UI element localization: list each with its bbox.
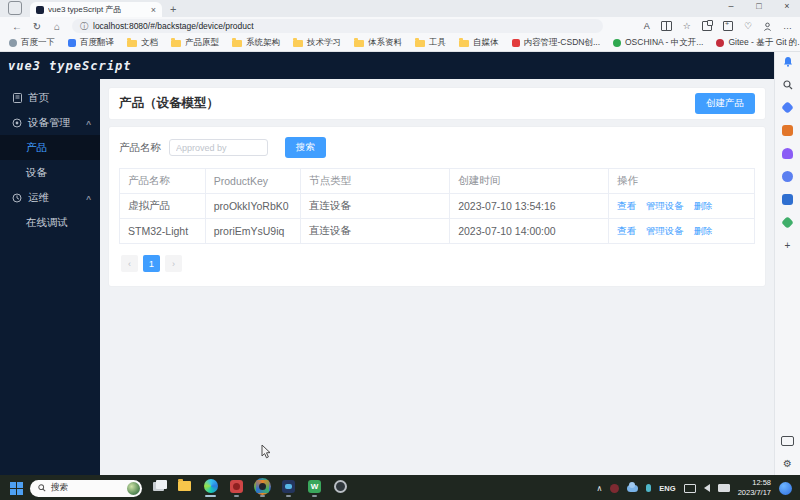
sidebar-item-product[interactable]: 产品 (0, 135, 100, 160)
taskbar-search[interactable]: 搜索 (30, 480, 142, 497)
taskbar-app-gray-icon[interactable] (331, 476, 350, 500)
sidebar-item-label: 设备 (26, 166, 47, 180)
delete-link[interactable]: 删除 (694, 200, 713, 211)
browser-essentials-icon[interactable]: ♡ (744, 21, 752, 31)
screen-share-icon[interactable] (781, 434, 794, 447)
toolbox-icon[interactable] (781, 124, 794, 137)
bell-icon[interactable] (781, 55, 794, 68)
profile-icon[interactable] (763, 22, 772, 31)
taskbar-app-ring-icon[interactable] (253, 476, 272, 500)
manage-devices-link[interactable]: 管理设备 (646, 200, 684, 211)
page-number-button[interactable]: 1 (143, 255, 160, 272)
start-button-icon[interactable] (10, 482, 23, 495)
view-link[interactable]: 查看 (617, 200, 636, 211)
sidebar-item-ops[interactable]: 运维 ∧ (0, 185, 100, 210)
url-text: localhost:8080/#/backstage/device/produc… (93, 21, 254, 31)
bookmark-baidu-translate[interactable]: 百度翻译 (68, 37, 114, 49)
search-icon[interactable] (781, 78, 794, 91)
folder-icon (415, 40, 425, 47)
sidebar-item-device-mgmt[interactable]: 设备管理 ∧ (0, 110, 100, 135)
sidebar-item-home[interactable]: 首页 (0, 85, 100, 110)
taskbar-app-red-icon[interactable] (227, 476, 246, 500)
taskbar-app-blue-icon[interactable] (279, 476, 298, 500)
prev-page-button[interactable]: ‹ (121, 255, 138, 272)
csdn-icon (512, 39, 520, 47)
cell-created-at: 2023-07-10 14:00:00 (450, 219, 609, 244)
microphone-icon[interactable] (646, 484, 651, 492)
site-info-icon[interactable]: ⓘ (80, 21, 88, 32)
browser-menu-icon[interactable]: … (783, 21, 792, 31)
back-icon[interactable]: ← (8, 21, 26, 32)
browser-tab[interactable]: vue3 typeScript 产品 × (30, 2, 162, 17)
sidebar-item-online-debug[interactable]: 在线调试 (0, 210, 100, 235)
manage-devices-link[interactable]: 管理设备 (646, 225, 684, 236)
new-tab-button[interactable]: + (170, 3, 176, 15)
bookmark-folder-prototype[interactable]: 产品原型 (171, 37, 219, 49)
col-header-created: 创建时间 (450, 169, 609, 194)
view-link[interactable]: 查看 (617, 225, 636, 236)
display-icon[interactable] (684, 484, 696, 493)
bookmark-baidu[interactable]: 百度一下 (9, 37, 55, 49)
bird-icon[interactable] (781, 216, 794, 229)
bookmark-folder-materials[interactable]: 体系资料 (354, 37, 402, 49)
sidebar-item-device[interactable]: 设备 (0, 160, 100, 185)
tab-close-icon[interactable]: × (151, 5, 156, 15)
cloud-icon[interactable] (627, 485, 638, 492)
chevron-up-icon: ∧ (85, 119, 92, 127)
search-label: 产品名称 (119, 141, 161, 155)
read-aloud-icon[interactable]: A (644, 21, 650, 31)
bookmark-folder-tech-study[interactable]: 技术学习 (293, 37, 341, 49)
page-title: 产品（设备模型） (119, 95, 219, 112)
home-icon[interactable]: ⌂ (48, 21, 66, 32)
bookmark-gitee[interactable]: Gitee - 基于 Git 的... (716, 37, 800, 49)
sidebar-settings-icon[interactable]: ⚙ (781, 457, 794, 470)
cell-product-key: proOkkIYoRbK0 (205, 194, 300, 219)
collections-icon[interactable] (723, 21, 733, 31)
bookmark-csdn[interactable]: 内容管理-CSDN创... (512, 37, 601, 49)
bookmark-folder-media[interactable]: 自媒体 (459, 37, 499, 49)
bookmark-oschina[interactable]: OSCHINA - 中文开... (613, 37, 703, 49)
window-close-button[interactable]: × (780, 1, 794, 11)
window-minimize-button[interactable]: – (724, 1, 738, 11)
product-name-input[interactable] (169, 139, 268, 156)
speaker-icon[interactable] (704, 484, 710, 492)
extensions-icon[interactable] (702, 21, 712, 31)
cell-node-type: 直连设备 (300, 194, 449, 219)
web-app: vue3 typeScript 首页 设备管理 ∧ (0, 52, 774, 475)
col-header-actions: 操作 (608, 169, 754, 194)
taskbar-clock[interactable]: 12:58 2023/7/17 (738, 478, 771, 498)
tray-overflow-icon[interactable]: ∧ (597, 484, 603, 493)
refresh-icon[interactable]: ↻ (28, 21, 46, 32)
favorite-star-icon[interactable]: ☆ (683, 21, 691, 31)
language-indicator[interactable]: ENG (659, 484, 675, 493)
search-button[interactable]: 搜索 (285, 137, 326, 158)
edge-browser-icon[interactable] (201, 476, 220, 500)
bookmark-folder-docs[interactable]: 文档 (127, 37, 158, 49)
delete-link[interactable]: 删除 (694, 225, 713, 236)
camera-icon[interactable] (781, 193, 794, 206)
product-table: 产品名称 ProductKey 节点类型 创建时间 操作 虚拟产品 (119, 168, 755, 244)
battery-icon[interactable] (718, 484, 730, 492)
bookmark-folder-architecture[interactable]: 系统架构 (232, 37, 280, 49)
address-bar[interactable]: ⓘ localhost:8080/#/backstage/device/prod… (72, 19, 603, 33)
cell-node-type: 直连设备 (300, 219, 449, 244)
next-page-button[interactable]: › (165, 255, 182, 272)
taskbar-app-green-icon[interactable]: W (305, 476, 324, 500)
app-logo[interactable]: vue3 typeScript (8, 59, 131, 73)
create-product-button[interactable]: 创建产品 (695, 93, 755, 114)
table-row: STM32-Light proriEmYsU9iq 直连设备 2023-07-1… (120, 219, 755, 244)
split-screen-icon[interactable] (661, 21, 672, 31)
folder-icon (293, 40, 303, 47)
tab-actions-menu-icon[interactable] (8, 1, 22, 15)
folder-icon (127, 40, 137, 47)
file-explorer-icon[interactable] (175, 476, 194, 500)
task-view-button[interactable] (149, 476, 168, 500)
tray-app-icon[interactable] (610, 484, 619, 493)
add-sidebar-app-icon[interactable]: + (781, 239, 794, 252)
flower-icon[interactable] (781, 170, 794, 183)
copilot-icon[interactable] (781, 101, 794, 114)
notification-center-icon[interactable] (779, 482, 792, 495)
people-icon[interactable] (781, 147, 794, 160)
bookmark-folder-tools[interactable]: 工具 (415, 37, 446, 49)
window-maximize-button[interactable]: □ (752, 1, 766, 11)
